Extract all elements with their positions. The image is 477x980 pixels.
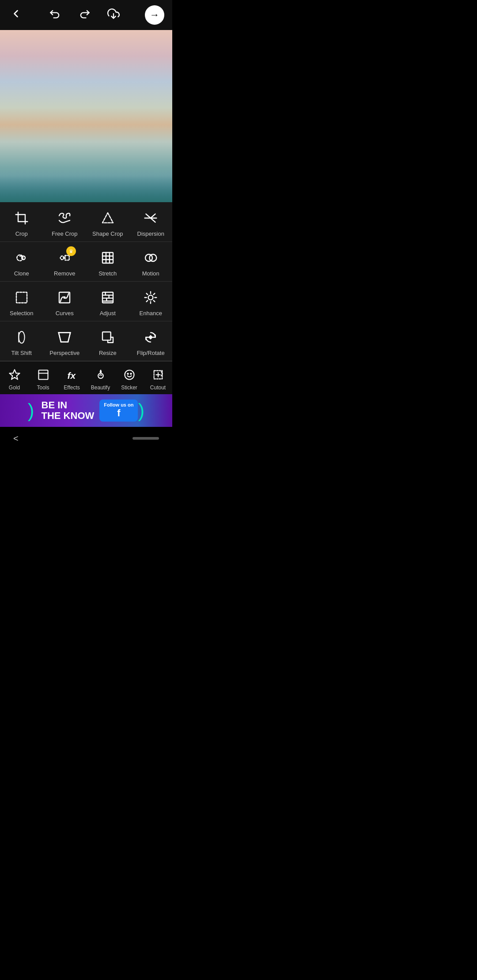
resize-icon <box>98 328 117 347</box>
svg-marker-46 <box>148 335 153 340</box>
tools-panel: Crop Free Crop Shape Crop <box>0 202 172 394</box>
sticker-icon <box>121 367 137 383</box>
ad-deco-right: ) <box>138 400 144 422</box>
tab-effects[interactable]: fx Effects <box>57 362 86 394</box>
svg-point-53 <box>127 373 128 374</box>
svg-point-18 <box>145 254 152 261</box>
tool-enhance[interactable]: Enhance <box>129 282 173 321</box>
shape-crop-icon <box>98 208 117 228</box>
svg-marker-1 <box>102 213 113 223</box>
svg-point-30 <box>148 295 153 300</box>
tools-icon <box>35 367 51 383</box>
tool-resize[interactable]: Resize <box>86 321 129 361</box>
curves-label: Curves <box>56 310 74 317</box>
svg-marker-47 <box>9 369 19 379</box>
crop-icon <box>12 208 31 228</box>
perspective-icon <box>55 328 74 347</box>
stretch-label: Stretch <box>98 270 117 277</box>
ad-line2: THE KNOW <box>42 410 95 421</box>
tool-selection[interactable]: Selection <box>0 282 43 321</box>
ad-line1: BE IN <box>42 400 68 411</box>
next-arrow-icon: → <box>150 9 159 21</box>
svg-line-37 <box>147 301 148 302</box>
motion-icon <box>141 248 160 268</box>
tilt-shift-icon <box>12 328 31 347</box>
nav-actions <box>47 8 121 23</box>
image-preview <box>0 30 172 202</box>
ad-text-block: BE IN THE KNOW <box>34 400 95 421</box>
tool-clone[interactable]: Clone <box>0 242 43 281</box>
flip-rotate-label: Flip/Rotate <box>137 350 165 356</box>
ad-banner[interactable]: ) BE IN THE KNOW Follow us on f ) <box>0 394 172 427</box>
free-crop-label: Free Crop <box>52 230 78 237</box>
tool-perspective[interactable]: Perspective <box>43 321 87 361</box>
svg-rect-13 <box>102 253 113 263</box>
redo-button[interactable] <box>76 8 92 23</box>
cutout-label: Cutout <box>150 384 166 391</box>
svg-line-5 <box>146 214 151 218</box>
svg-point-51 <box>98 373 103 379</box>
tool-motion[interactable]: Motion <box>129 242 173 281</box>
top-navigation: → <box>0 0 172 30</box>
tool-shape-crop[interactable]: Shape Crop <box>86 202 129 241</box>
next-button[interactable]: → <box>145 5 164 25</box>
clone-label: Clone <box>14 270 29 277</box>
svg-line-35 <box>147 294 148 295</box>
effects-label: Effects <box>64 384 80 391</box>
back-button[interactable] <box>8 8 24 23</box>
svg-line-41 <box>59 332 61 342</box>
flip-rotate-icon <box>141 328 160 347</box>
tab-beautify[interactable]: Beautify <box>86 362 115 394</box>
cutout-icon <box>150 367 166 383</box>
tool-curves[interactable]: Curves <box>43 282 87 321</box>
tool-flip-rotate[interactable]: Flip/Rotate <box>129 321 173 361</box>
svg-point-22 <box>64 296 66 298</box>
svg-point-8 <box>22 256 25 260</box>
tab-sticker[interactable]: Sticker <box>115 362 144 394</box>
premium-badge: ♛ <box>66 246 76 256</box>
ad-text: BE IN THE KNOW <box>42 400 95 421</box>
download-button[interactable] <box>106 8 121 23</box>
svg-line-38 <box>154 294 155 295</box>
tool-stretch[interactable]: Stretch <box>86 242 129 281</box>
tab-gold[interactable]: Gold <box>0 362 29 394</box>
home-pill[interactable] <box>132 437 159 440</box>
tool-adjust[interactable]: Adjust <box>86 282 129 321</box>
svg-rect-48 <box>38 370 48 380</box>
dispersion-icon <box>141 208 160 228</box>
tool-tilt-shift[interactable]: Tilt Shift <box>0 321 43 361</box>
tools-row-3: Selection Curves Adjust <box>0 282 172 321</box>
tools-row-1: Crop Free Crop Shape Crop <box>0 202 172 241</box>
svg-line-4 <box>151 218 155 222</box>
adjust-label: Adjust <box>100 310 116 317</box>
tab-tools[interactable]: Tools <box>29 362 57 394</box>
selection-icon <box>12 288 31 307</box>
tool-crop[interactable]: Crop <box>0 202 43 241</box>
svg-rect-20 <box>16 292 27 303</box>
svg-text:fx: fx <box>67 370 76 381</box>
selection-label: Selection <box>10 310 33 317</box>
ad-deco-left: ) <box>28 400 34 422</box>
tool-dispersion[interactable]: Dispersion <box>129 202 173 241</box>
undo-button[interactable] <box>47 8 63 23</box>
svg-marker-11 <box>65 256 69 260</box>
tilt-shift-label: Tilt Shift <box>11 350 32 356</box>
svg-point-19 <box>150 254 157 261</box>
free-crop-icon <box>55 208 74 228</box>
crown-badge-icon: ♛ <box>69 249 73 254</box>
dispersion-label: Dispersion <box>137 230 164 237</box>
tool-free-crop[interactable]: Free Crop <box>43 202 87 241</box>
system-back-button[interactable]: < <box>13 433 19 444</box>
resize-label: Resize <box>99 350 117 356</box>
tools-label: Tools <box>37 384 49 391</box>
tab-cutout[interactable]: Cutout <box>144 362 172 394</box>
svg-line-2 <box>151 214 155 218</box>
svg-line-42 <box>68 332 70 342</box>
adjust-icon <box>98 288 117 307</box>
tool-remove[interactable]: ♛ Remove <box>43 242 87 281</box>
system-navbar: < <box>0 427 172 450</box>
beautify-icon <box>93 367 109 383</box>
tools-row-4: Tilt Shift Perspective <box>0 321 172 361</box>
enhance-label: Enhance <box>140 310 162 317</box>
ad-facebook-block[interactable]: Follow us on f <box>99 400 138 422</box>
